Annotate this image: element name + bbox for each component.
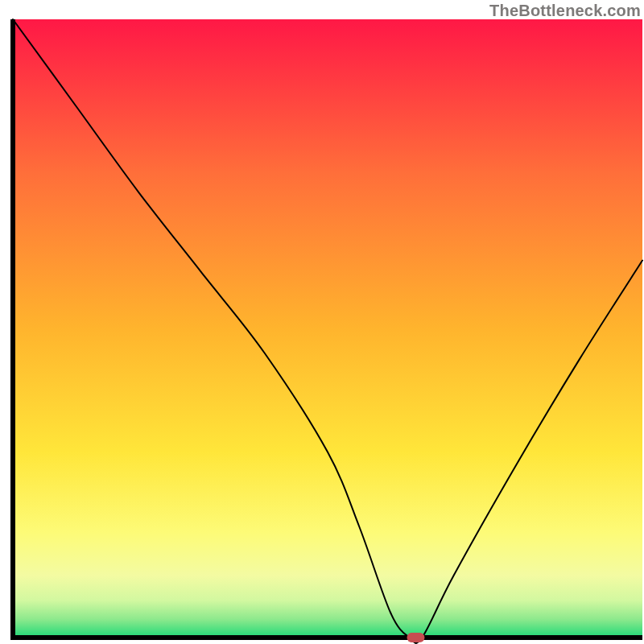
- plot-background: [13, 19, 642, 638]
- optimal-marker: [407, 633, 424, 642]
- chart-frame: TheBottleneck.com: [0, 0, 644, 644]
- bottleneck-chart: [0, 0, 644, 644]
